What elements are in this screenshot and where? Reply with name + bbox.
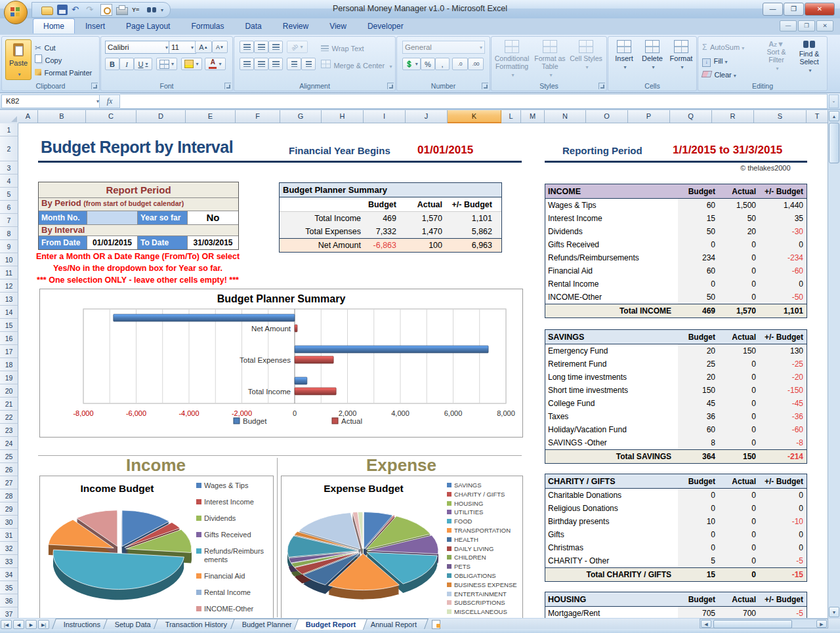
table-row[interactable]: Taxes360-36: [545, 410, 807, 423]
sheet-tab-transaction-history[interactable]: Transaction History: [154, 619, 239, 629]
align-right-icon[interactable]: [268, 58, 283, 70]
ribbon-tab-view[interactable]: View: [319, 18, 357, 33]
row-header-29[interactable]: 29: [0, 502, 18, 516]
column-header-I[interactable]: I: [364, 110, 406, 123]
comma-style-button[interactable]: ,: [435, 58, 450, 70]
row-header-17[interactable]: 17: [0, 345, 18, 358]
category-table-income[interactable]: INCOMEBudgetActual+/- BudgetWages & Tips…: [545, 184, 807, 318]
column-header-Q[interactable]: Q: [670, 110, 712, 123]
column-header-O[interactable]: O: [586, 110, 628, 123]
column-header-B[interactable]: B: [38, 110, 86, 123]
table-row[interactable]: INCOME-Other500-50: [545, 291, 807, 304]
horizontal-scrollbar[interactable]: ◀ ▶: [700, 619, 828, 628]
row-header-35[interactable]: 35: [0, 581, 18, 594]
conditional-formatting-button[interactable]: Conditional Formatting▾: [493, 40, 531, 78]
table-row[interactable]: Short time investments1500-150: [545, 384, 807, 397]
summary-row[interactable]: Net Amount-6,8631006,963: [280, 238, 501, 252]
row-header-4[interactable]: 4: [0, 174, 18, 188]
accounting-format-button[interactable]: 💲▾: [402, 58, 421, 70]
income-pie-chart[interactable]: Income Budget Wages & TipsInterest Incom…: [39, 476, 274, 618]
category-table-housing[interactable]: HOUSINGBudgetActual+/- BudgetMortgage/Re…: [545, 592, 807, 618]
ribbon-tab-home[interactable]: Home: [33, 18, 75, 33]
scroll-right-button[interactable]: ▶: [816, 620, 827, 628]
table-row[interactable]: Interest Income155035: [545, 212, 807, 225]
row-header-2[interactable]: 2: [0, 136, 18, 161]
column-header-H[interactable]: H: [322, 110, 364, 123]
report-period-box[interactable]: Report Period By Period (from start of b…: [38, 182, 239, 250]
autosum-button[interactable]: Σ AutoSum▾: [702, 41, 744, 52]
cut-button[interactable]: ✂ Cut: [35, 41, 56, 53]
from-date-input[interactable]: 01/01/2015: [87, 236, 138, 249]
table-row[interactable]: Charitable Donations000: [545, 489, 807, 502]
table-row[interactable]: Emergency Fund20150130: [545, 344, 807, 357]
sort-filter-button[interactable]: AZ▼ Sort & Filter▾: [761, 40, 791, 71]
ribbon-tab-insert[interactable]: Insert: [75, 18, 116, 33]
column-header-E[interactable]: E: [186, 110, 236, 123]
paste-dropdown-arrow[interactable]: ▾: [18, 71, 20, 77]
table-row[interactable]: Retirement Fund250-25: [545, 357, 807, 371]
sheet-tab-budget-planner[interactable]: Budget Planner: [230, 619, 304, 629]
table-row[interactable]: Rental Income000: [545, 277, 807, 291]
font-color-button[interactable]: A▾: [205, 58, 226, 70]
column-header-G[interactable]: G: [280, 110, 322, 123]
row-header-23[interactable]: 23: [0, 424, 18, 437]
row-header-22[interactable]: 22: [0, 411, 18, 424]
format-painter-button[interactable]: Format Painter: [35, 66, 92, 78]
increase-indent-icon[interactable]: [301, 58, 316, 70]
table-row[interactable]: Birthday presents100-10: [545, 515, 807, 528]
insert-worksheet-tab[interactable]: [429, 619, 444, 629]
orientation-button[interactable]: ab▾: [287, 41, 308, 53]
first-sheet-button[interactable]: |◀: [1, 620, 12, 629]
workbook-restore-button[interactable]: ❐: [798, 20, 815, 31]
fill-button[interactable]: ↓ Fill▾: [702, 54, 728, 67]
table-row[interactable]: Wages & Tips601,5001,440: [545, 199, 807, 212]
number-format-combo[interactable]: General▾: [402, 41, 485, 54]
summary-row[interactable]: Total Expenses7,3321,4705,862: [280, 225, 501, 238]
maximize-button[interactable]: ❐: [784, 3, 804, 16]
sheet-canvas[interactable]: Budget Report by Interval Financial Year…: [18, 123, 828, 618]
row-header-7[interactable]: 7: [0, 214, 18, 227]
row-header-16[interactable]: 16: [0, 332, 18, 345]
month-no-input[interactable]: [87, 211, 138, 224]
workbook-close-button[interactable]: ✕: [816, 20, 833, 31]
formula-input[interactable]: [120, 94, 828, 109]
decrease-indent-icon[interactable]: [287, 58, 301, 70]
format-cells-button[interactable]: Format▾: [667, 40, 695, 70]
format-as-table-button[interactable]: Format as Table▾: [532, 40, 568, 78]
paste-button[interactable]: Paste ▾: [5, 39, 32, 80]
vertical-scrollbar[interactable]: ▲ ▼: [828, 110, 840, 618]
table-row[interactable]: Dividends5020-30: [545, 225, 807, 238]
ribbon-tab-developer[interactable]: Developer: [357, 18, 414, 33]
table-row[interactable]: Gifts Received000: [545, 238, 807, 251]
decrease-decimal-button[interactable]: .00: [468, 58, 484, 70]
row-header-6[interactable]: 6: [0, 201, 18, 214]
summary-table[interactable]: Budget Planner Summary BudgetActual+/- B…: [279, 182, 502, 253]
row-header-30[interactable]: 30: [0, 516, 18, 529]
table-row[interactable]: Refunds/Reimbursements2340-234: [545, 251, 807, 264]
workbook-minimize-button[interactable]: —: [780, 20, 797, 31]
row-header-10[interactable]: 10: [0, 253, 18, 266]
percent-style-button[interactable]: %: [421, 58, 435, 70]
table-row[interactable]: Gifts000: [545, 528, 807, 541]
row-header-3[interactable]: 3: [0, 161, 18, 174]
office-button[interactable]: [4, 1, 28, 24]
horizontal-scroll-thumb[interactable]: [713, 620, 792, 628]
table-row[interactable]: SAVINGS -Other80-8: [545, 436, 807, 449]
row-header-37[interactable]: 37: [0, 607, 18, 618]
underline-button[interactable]: U ▾: [134, 58, 152, 70]
row-header-14[interactable]: 14: [0, 306, 18, 319]
delete-cells-button[interactable]: Delete▾: [639, 40, 666, 70]
insert-function-button[interactable]: fx: [100, 94, 120, 108]
align-middle-icon[interactable]: [254, 41, 268, 53]
year-so-far-dropdown[interactable]: No: [188, 211, 238, 224]
expense-pie-chart[interactable]: Expense Budget SAVINGSCHARITY / GIFTSHOU…: [281, 476, 523, 618]
category-table-charity-gifts[interactable]: CHARITY / GIFTSBudgetActual+/- BudgetCha…: [545, 474, 807, 582]
sheet-tab-budget-report[interactable]: Budget Report: [294, 619, 368, 630]
prev-sheet-button[interactable]: ◀: [13, 620, 24, 629]
row-header-36[interactable]: 36: [0, 594, 18, 607]
last-sheet-button[interactable]: ▶|: [38, 620, 49, 629]
next-sheet-button[interactable]: ▶: [26, 620, 37, 629]
bold-button[interactable]: B: [105, 58, 119, 70]
row-header-31[interactable]: 31: [0, 529, 18, 542]
vertical-scroll-thumb[interactable]: [829, 123, 839, 163]
